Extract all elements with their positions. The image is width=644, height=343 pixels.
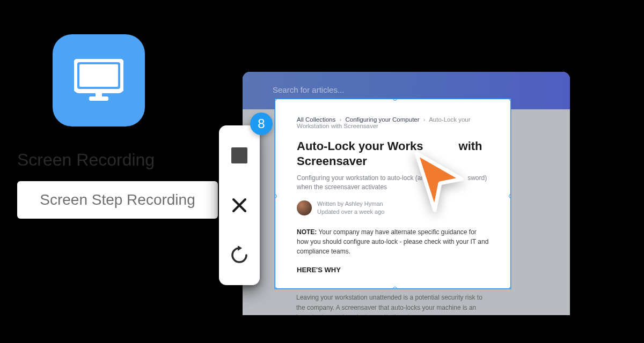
svg-rect-2 [96, 91, 102, 96]
updated-line: Updated over a week ago [317, 208, 384, 216]
recorder-toolbar [219, 125, 260, 285]
close-icon [231, 197, 247, 213]
stop-icon [231, 147, 247, 163]
avatar [297, 200, 312, 215]
chevron-right-icon: › [423, 116, 426, 123]
option-screen-step-recording[interactable]: Screen Step Recording [17, 181, 218, 219]
svg-rect-3 [89, 96, 108, 101]
cancel-recording-button[interactable] [230, 196, 249, 215]
app-icon [53, 34, 145, 126]
note-body: Your company may have alternate specific… [297, 228, 488, 255]
restart-icon [230, 246, 248, 264]
restart-recording-button[interactable] [230, 245, 249, 265]
chevron-right-icon: › [339, 116, 341, 123]
svg-marker-6 [238, 246, 242, 251]
selection-handle[interactable] [275, 99, 277, 101]
option-screen-recording[interactable]: Screen Recording [17, 150, 155, 170]
selection-handle[interactable] [509, 194, 511, 198]
section-heading: HERE'S WHY [297, 266, 489, 274]
written-by-label: Written by [317, 200, 345, 207]
svg-rect-1 [79, 64, 118, 87]
cursor-icon [410, 150, 468, 214]
search-input[interactable]: Search for articles... [273, 85, 344, 94]
selection-handle[interactable] [393, 287, 397, 289]
step-counter-badge: 8 [250, 113, 273, 135]
article-card: All Collections › Configuring your Compu… [275, 99, 511, 289]
breadcrumb-section[interactable]: Configuring your Computer [345, 116, 419, 123]
article-body: Leaving your workstation unattended is a… [296, 293, 489, 315]
browser-window: Search for articles... All Collections ›… [243, 72, 570, 315]
monitor-icon [74, 59, 123, 102]
article-title-part1: Auto-Lock your Works [297, 139, 423, 153]
note-label: NOTE: [297, 228, 317, 236]
author-meta: Written by Ashley Hyman Updated over a w… [317, 200, 384, 216]
breadcrumb: All Collections › Configuring your Compu… [297, 116, 489, 129]
stop-recording-button[interactable] [230, 146, 249, 165]
author-name: Ashley Hyman [345, 200, 383, 207]
selection-handle[interactable] [509, 287, 511, 289]
selection-handle[interactable] [509, 99, 511, 101]
breadcrumb-root[interactable]: All Collections [297, 116, 335, 123]
selection-handle[interactable] [393, 99, 397, 101]
note-line: NOTE: Your company may have alternate sp… [297, 227, 489, 256]
selection-handle[interactable] [275, 194, 277, 198]
selection-handle[interactable] [275, 287, 277, 289]
